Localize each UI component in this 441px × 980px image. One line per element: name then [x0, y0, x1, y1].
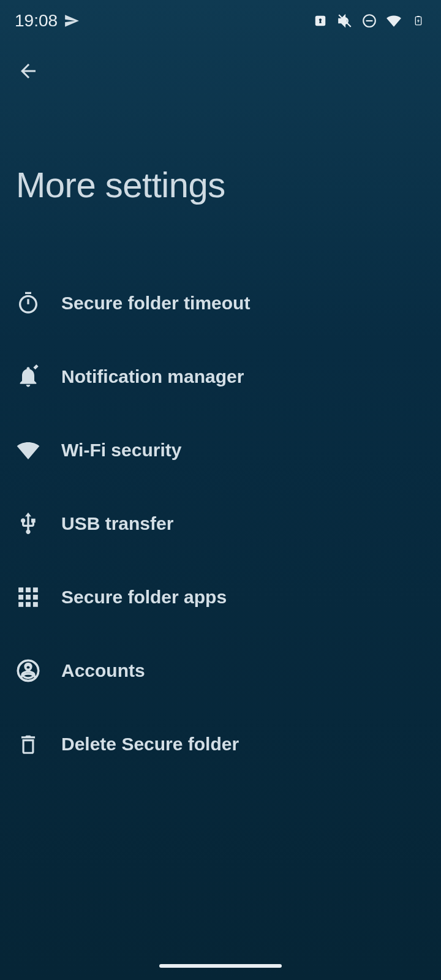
settings-item-secure-folder-apps[interactable]: Secure folder apps	[0, 560, 441, 634]
status-bar: 19:08	[0, 0, 441, 39]
back-button[interactable]	[15, 58, 42, 85]
svg-rect-8	[33, 587, 38, 592]
settings-item-secure-folder-timeout[interactable]: Secure folder timeout	[0, 266, 441, 340]
svg-rect-11	[33, 595, 38, 600]
mute-icon	[337, 13, 353, 29]
svg-rect-6	[18, 587, 23, 592]
notification-edit-icon	[16, 364, 40, 389]
svg-rect-5	[417, 16, 420, 17]
settings-item-label: Notification manager	[61, 366, 244, 387]
battery-charging-icon	[410, 13, 426, 29]
svg-point-15	[26, 665, 31, 670]
settings-item-label: Delete Secure folder	[61, 734, 239, 755]
back-row	[0, 39, 441, 85]
status-time: 19:08	[15, 11, 58, 31]
settings-item-label: Secure folder apps	[61, 587, 227, 608]
timer-icon	[16, 291, 40, 315]
settings-item-notification-manager[interactable]: Notification manager	[0, 340, 441, 413]
settings-item-label: Secure folder timeout	[61, 293, 250, 314]
dnd-icon	[361, 13, 377, 29]
page-title: More settings	[16, 164, 425, 205]
account-circle-icon	[16, 658, 40, 683]
svg-rect-10	[26, 595, 31, 600]
settings-item-wifi-security[interactable]: Wi-Fi security	[0, 413, 441, 487]
svg-rect-12	[18, 602, 23, 607]
keyhole-icon	[312, 13, 328, 29]
title-row: More settings	[0, 85, 441, 205]
arrow-left-icon	[17, 60, 39, 82]
settings-item-usb-transfer[interactable]: USB transfer	[0, 487, 441, 560]
svg-rect-9	[18, 595, 23, 600]
status-left: 19:08	[15, 11, 80, 31]
svg-rect-14	[33, 602, 38, 607]
settings-item-label: USB transfer	[61, 513, 173, 534]
settings-item-delete-secure-folder[interactable]: Delete Secure folder	[0, 707, 441, 781]
usb-icon	[16, 511, 40, 536]
wifi-status-icon	[386, 13, 402, 29]
settings-item-label: Wi-Fi security	[61, 440, 181, 461]
settings-item-accounts[interactable]: Accounts	[0, 634, 441, 707]
settings-list: Secure folder timeout Notification manag…	[0, 205, 441, 781]
apps-grid-icon	[16, 585, 40, 609]
settings-item-label: Accounts	[61, 660, 145, 681]
delete-x-icon	[16, 732, 40, 756]
svg-rect-7	[26, 587, 31, 592]
home-indicator[interactable]	[159, 964, 282, 968]
status-right	[312, 13, 426, 29]
wifi-icon	[16, 438, 40, 462]
telegram-icon	[64, 13, 80, 29]
svg-rect-13	[26, 602, 31, 607]
